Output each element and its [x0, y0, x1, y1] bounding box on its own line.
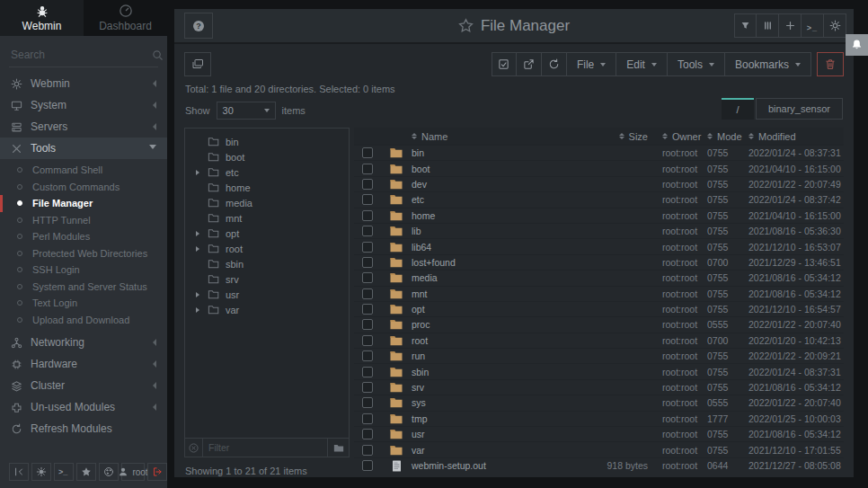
table-row[interactable]: optroot:root07552021/12/10 - 16:54:57 [354, 301, 844, 316]
select-all-button[interactable] [492, 52, 517, 76]
expand-arrow-icon[interactable] [196, 307, 208, 313]
file-name[interactable]: run [412, 350, 576, 361]
submenu-item-system-and-server-status[interactable]: System and Server Status [0, 279, 167, 296]
filter-funnel-button[interactable] [734, 13, 757, 38]
sidebar-item-refresh-modules[interactable]: Refresh Modules [0, 418, 167, 439]
row-checkbox[interactable] [362, 413, 373, 424]
file-name[interactable]: usr [412, 429, 576, 439]
file-name[interactable]: tmp [412, 413, 576, 424]
file-name[interactable]: srv [412, 382, 576, 393]
column-header-size[interactable]: Size [576, 131, 648, 142]
table-row[interactable]: binroot:root07552022/01/24 - 08:37:31 [354, 145, 844, 160]
table-row[interactable]: homeroot:root07552021/04/10 - 16:15:00 [354, 208, 844, 223]
file-name[interactable]: root [412, 335, 576, 346]
file-name[interactable]: boot [412, 164, 576, 174]
table-row[interactable]: devroot:root07552022/01/22 - 20:07:49 [354, 176, 844, 191]
table-row[interactable]: bootroot:root07552021/04/10 - 16:15:00 [354, 160, 844, 175]
tree-item-bin[interactable]: bin [185, 134, 349, 149]
tree-item-root[interactable]: root [185, 241, 349, 256]
star-outline-icon[interactable] [458, 18, 474, 33]
submenu-item-upload-and-download[interactable]: Upload and Download [0, 312, 167, 329]
table-row[interactable]: lost+foundroot:root07002021/12/29 - 13:4… [354, 254, 844, 270]
column-header-owner[interactable]: Owner [648, 131, 700, 142]
file-name[interactable]: webmin-setup.out [412, 460, 576, 471]
tab-dashboard[interactable]: Dashboard [84, 0, 167, 36]
submenu-item-http-tunnel[interactable]: HTTP Tunnel [0, 212, 167, 229]
search-icon[interactable] [152, 49, 164, 61]
tree-item-boot[interactable]: boot [185, 149, 349, 164]
submenu-item-file-manager[interactable]: File Manager [0, 195, 167, 212]
row-checkbox[interactable] [362, 179, 373, 190]
share-export-button[interactable] [517, 52, 542, 76]
file-name[interactable]: sbin [412, 367, 576, 377]
row-checkbox[interactable] [362, 429, 373, 439]
submenu-item-ssh-login[interactable]: SSH Login [0, 262, 167, 279]
table-row[interactable]: libroot:root07552021/08/16 - 05:36:30 [354, 223, 844, 238]
table-row[interactable]: tmproot:root17772022/01/25 - 10:00:03 [354, 411, 844, 426]
table-row[interactable]: varroot:root07552021/12/10 - 17:01:55 [354, 441, 844, 457]
submenu-item-protected-web-directories[interactable]: Protected Web Directories [0, 245, 167, 262]
column-header-modified[interactable]: Modified [743, 131, 844, 142]
file-name[interactable]: dev [412, 179, 576, 190]
clear-filter-icon[interactable] [185, 439, 203, 457]
table-row[interactable]: sbinroot:root07552022/01/24 - 08:37:31 [354, 363, 844, 378]
row-checkbox[interactable] [362, 397, 373, 408]
tree-item-srv[interactable]: srv [185, 271, 349, 287]
notifications-tab[interactable] [846, 34, 868, 56]
table-row[interactable]: lib64root:root07552021/12/10 - 16:53:07 [354, 238, 844, 253]
table-row[interactable]: sysroot:root05552022/01/22 - 20:07:40 [354, 395, 844, 410]
page-size-select[interactable]: 30 [217, 102, 276, 120]
refresh-button[interactable] [542, 52, 567, 76]
user-button[interactable]: root [121, 463, 145, 481]
tree-folder-button[interactable] [327, 439, 349, 457]
breadcrumb-current[interactable]: binary_sensor [756, 98, 843, 120]
tools-menu-button[interactable]: Tools [668, 52, 725, 76]
table-row[interactable]: usrroot:root07552021/08/16 - 05:34:12 [354, 426, 844, 441]
file-name[interactable]: etc [412, 194, 576, 205]
file-name[interactable]: media [412, 272, 576, 283]
file-name[interactable]: opt [412, 304, 576, 315]
tree-item-mnt[interactable]: mnt [185, 210, 349, 226]
table-row[interactable]: webmin-setup.out918 bytesroot:root064420… [354, 457, 844, 473]
trash-button[interactable] [817, 52, 844, 76]
file-name[interactable]: proc [412, 319, 576, 330]
tree-item-opt[interactable]: opt [185, 226, 349, 241]
row-checkbox[interactable] [362, 164, 373, 174]
row-checkbox[interactable] [362, 367, 373, 377]
tree-item-usr[interactable]: usr [185, 287, 349, 302]
row-checkbox[interactable] [362, 147, 373, 158]
row-checkbox[interactable] [362, 460, 373, 471]
logout-button[interactable] [147, 463, 167, 481]
collapse-sidebar-button[interactable] [9, 463, 29, 481]
file-name[interactable]: lost+found [412, 257, 576, 268]
file-name[interactable]: mnt [412, 288, 576, 299]
row-checkbox[interactable] [362, 194, 373, 205]
tree-item-etc[interactable]: etc [185, 164, 349, 180]
submenu-item-text-login[interactable]: Text Login [0, 295, 167, 312]
row-checkbox[interactable] [362, 242, 373, 253]
table-row[interactable]: rootroot:root07002022/01/20 - 10:42:13 [354, 333, 844, 348]
tree-item-home[interactable]: home [185, 180, 349, 195]
columns-button[interactable] [757, 13, 779, 38]
table-row[interactable]: etcroot:root07552022/01/24 - 08:37:42 [354, 191, 844, 207]
column-header-name[interactable]: Name [412, 131, 576, 142]
plus-button[interactable] [779, 13, 802, 38]
breadcrumb-root[interactable]: / [722, 98, 754, 120]
favorites-star-button[interactable] [76, 463, 96, 481]
terminal-button[interactable]: >_ [802, 13, 824, 38]
expand-arrow-icon[interactable] [196, 170, 208, 175]
table-row[interactable]: runroot:root07552022/01/22 - 20:09:21 [354, 348, 844, 363]
sidebar-item-tools[interactable]: Tools [0, 138, 167, 159]
edit-menu-button[interactable]: Edit [616, 52, 668, 76]
file-menu-button[interactable]: File [567, 52, 616, 76]
sidebar-item-hardware[interactable]: Hardware [0, 353, 167, 375]
file-name[interactable]: home [412, 210, 576, 221]
gear-button[interactable] [824, 13, 846, 38]
sidebar-item-webmin[interactable]: Webmin [0, 73, 167, 94]
duplicate-window-button[interactable] [184, 52, 211, 76]
expand-arrow-icon[interactable] [196, 246, 208, 252]
row-checkbox[interactable] [362, 335, 373, 346]
row-checkbox[interactable] [362, 350, 373, 361]
column-header-mode[interactable]: Mode [700, 131, 743, 142]
file-name[interactable]: bin [412, 147, 576, 158]
